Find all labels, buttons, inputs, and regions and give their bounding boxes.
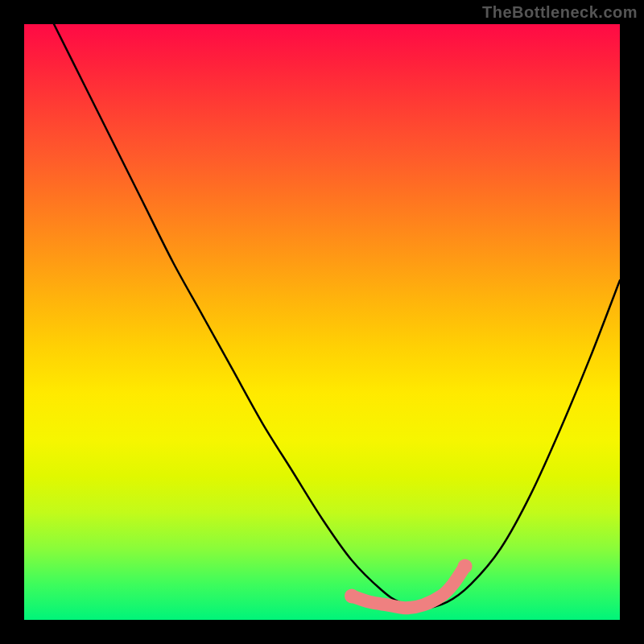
chart-svg xyxy=(24,24,620,620)
watermark-label: TheBottleneck.com xyxy=(482,3,638,22)
pink-valley-path xyxy=(352,566,465,608)
chart-frame: TheBottleneck.com xyxy=(0,0,644,644)
black-curve-path xyxy=(54,24,620,608)
black-curve xyxy=(54,24,620,608)
chart-plot-area xyxy=(24,24,620,620)
pink-valley-cap xyxy=(345,588,359,603)
pink-valley-cap xyxy=(458,559,473,573)
pink-valley-marker xyxy=(345,559,473,608)
